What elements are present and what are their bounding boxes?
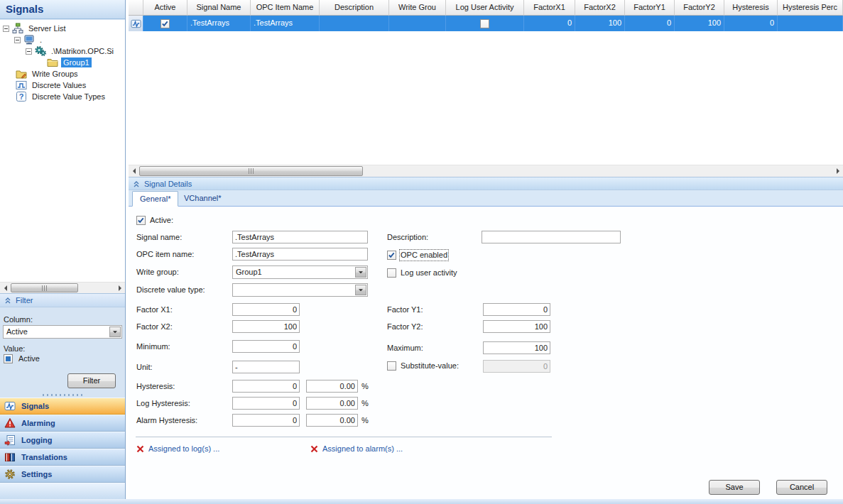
scroll-right-arrow-icon[interactable] (114, 283, 125, 292)
scroll-left-arrow-icon[interactable] (0, 283, 11, 292)
grid-col-hysteresis-perc[interactable]: Hysteresis Perc (778, 0, 843, 16)
details-form: Active: Signal name: OPC item name: Writ… (129, 207, 843, 499)
folder-icon (47, 57, 58, 68)
tab-general[interactable]: General* (132, 191, 178, 207)
assigned-logs-link[interactable]: Assigned to log(s) ... (136, 444, 219, 453)
unit-label: Unit: (136, 361, 153, 373)
grid-col-log-user-activity[interactable]: Log User Activity (446, 0, 524, 16)
factor-x2-field[interactable] (232, 320, 300, 333)
sidebar-splitter-grip[interactable] (0, 393, 125, 398)
opc-enabled-checkbox[interactable] (387, 251, 396, 260)
discrete-value-type-select[interactable] (232, 283, 368, 297)
factor-y1-field[interactable] (483, 303, 550, 316)
tree-expander-icon[interactable] (14, 37, 21, 43)
nav-item-signals[interactable]: Signals (0, 398, 125, 415)
cell-opc-item-name: .TestArrays (251, 16, 320, 31)
save-button[interactable]: Save (709, 480, 760, 495)
tree-item-server-dot[interactable]: . (0, 34, 125, 45)
signal-details-header[interactable]: Signal Details (129, 177, 843, 190)
active-checkbox-row[interactable]: Active: (136, 215, 173, 225)
tree-expander-icon[interactable] (26, 48, 32, 55)
log-user-activity-label: Log user activity (401, 268, 457, 278)
grid-row-testarrays[interactable]: .TestArrays .TestArrays 0 100 0 100 0 (129, 16, 843, 31)
filter-button[interactable]: Filter (67, 373, 116, 388)
collapse-chevron-icon[interactable] (133, 180, 140, 187)
tree-expander-icon[interactable] (3, 26, 9, 32)
tree-horizontal-scrollbar[interactable] (0, 282, 125, 293)
filter-value-checkbox-row[interactable]: Active (4, 354, 40, 363)
tree-item-discrete-value-types[interactable]: ? Discrete Value Types (0, 91, 125, 102)
row-log-user-activity-checkbox[interactable] (480, 19, 489, 28)
tree-item-matrikon-opc[interactable]: .\Matrikon.OPC.Si (0, 45, 125, 57)
tab-vchannel[interactable]: VChannel* (177, 191, 229, 207)
tree-item-group1[interactable]: Group1 (0, 57, 125, 68)
grid-col-factory1[interactable]: FactorY1 (625, 0, 675, 16)
grid-col-signal-name[interactable]: Signal Name (187, 0, 251, 16)
grid-col-active[interactable]: Active (143, 0, 187, 16)
tree-item-discrete-values[interactable]: Discrete Values (0, 80, 125, 91)
grid-horizontal-scrollbar[interactable] (129, 165, 843, 177)
tree-item-label: Write Groups (30, 69, 80, 79)
filter-column-select[interactable]: Active (3, 325, 122, 339)
log-hysteresis-percent-field[interactable] (306, 397, 358, 410)
scroll-right-arrow-icon[interactable] (832, 166, 843, 176)
opc-enabled-checkbox-row[interactable]: OPC enabled (387, 250, 447, 260)
log-user-activity-checkbox-row[interactable]: Log user activity (387, 268, 457, 278)
substitute-value-checkbox-row[interactable]: Substitute-value: (387, 361, 459, 371)
filter-panel-title: Filter (16, 296, 33, 305)
dropdown-arrow-icon[interactable] (355, 267, 366, 278)
tree-item-write-groups[interactable]: Write Groups (0, 68, 125, 80)
opc-item-name-label: OPC item name: (136, 248, 194, 261)
filter-active-checkbox[interactable] (4, 354, 13, 363)
grid-col-factory2[interactable]: FactorY2 (675, 0, 724, 16)
nav-item-alarming[interactable]: Alarming (0, 415, 125, 432)
collapse-chevron-icon[interactable] (4, 297, 11, 304)
row-marker-waveform-icon[interactable] (129, 16, 143, 31)
dropdown-arrow-icon[interactable] (109, 327, 121, 337)
grid-col-write-group[interactable]: Write Grou (389, 0, 446, 16)
grid-col-description[interactable]: Description (320, 0, 389, 16)
unit-field[interactable] (232, 361, 300, 373)
minimum-field[interactable] (232, 340, 300, 353)
signal-details-panel: Signal Details General* VChannel* Active… (129, 177, 843, 499)
grid-col-hysteresis[interactable]: Hysteresis (724, 0, 778, 16)
dropdown-arrow-icon[interactable] (355, 285, 366, 295)
nav-item-translations[interactable]: Translations (0, 449, 125, 466)
opc-item-name-field[interactable] (232, 248, 368, 261)
percent-suffix: % (361, 414, 369, 427)
tree-item-server-list[interactable]: Server List (0, 23, 125, 34)
filter-panel-header[interactable]: Filter (0, 294, 125, 307)
server-tree: Server List . .\Matrikon.OPC.Si Group1 (0, 20, 125, 282)
description-field[interactable] (482, 231, 621, 243)
row-active-checkbox[interactable] (161, 19, 170, 28)
scrollbar-thumb[interactable] (139, 166, 363, 176)
nav-item-logging[interactable]: Logging (0, 432, 125, 449)
alarm-hysteresis-percent-field[interactable] (306, 414, 358, 427)
write-group-select[interactable]: Group1 (232, 265, 368, 279)
grid-col-opc-item-name[interactable]: OPC Item Name (251, 0, 320, 16)
factor-y2-field[interactable] (483, 320, 550, 333)
log-hysteresis-field[interactable] (232, 397, 300, 410)
cancel-button[interactable]: Cancel (776, 480, 827, 495)
assigned-alarms-link[interactable]: Assigned to alarm(s) ... (310, 444, 403, 453)
signal-name-field[interactable] (232, 231, 368, 243)
scrollbar-thumb[interactable] (11, 283, 78, 292)
alarm-hysteresis-label: Alarm Hysteresis: (136, 414, 197, 427)
hysteresis-field[interactable] (232, 380, 300, 393)
signal-name-label: Signal name: (136, 231, 182, 243)
computer-icon (23, 34, 35, 45)
factor-x1-field[interactable] (232, 303, 300, 316)
grid-col-factorx1[interactable]: FactorX1 (524, 0, 575, 16)
nav-item-label: Alarming (21, 419, 55, 427)
active-checkbox[interactable] (136, 216, 146, 225)
alarm-hysteresis-field[interactable] (232, 414, 300, 427)
log-user-activity-checkbox[interactable] (387, 268, 396, 278)
tree-item-label: . (38, 35, 44, 45)
grid-col-factorx2[interactable]: FactorX2 (575, 0, 625, 16)
maximum-field[interactable] (483, 341, 550, 354)
substitute-value-checkbox[interactable] (387, 361, 396, 371)
cell-factor-x1: 0 (524, 16, 575, 31)
hysteresis-percent-field[interactable] (306, 380, 358, 393)
scroll-left-arrow-icon[interactable] (129, 166, 139, 176)
nav-item-settings[interactable]: Settings (0, 466, 125, 483)
